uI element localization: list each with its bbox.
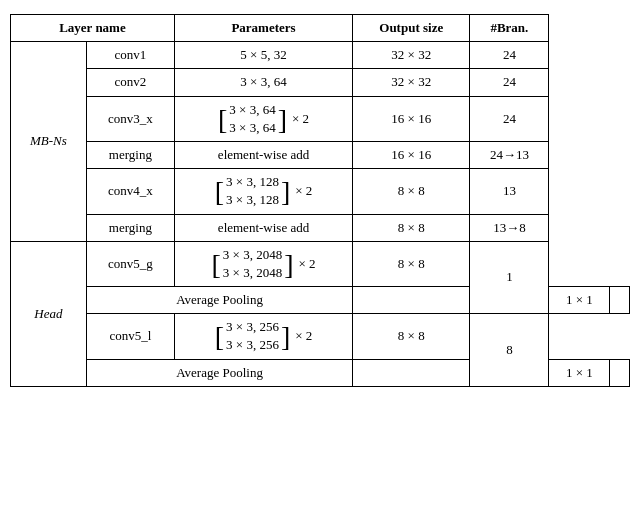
avg-bran (610, 359, 630, 386)
params-cell: [ 3 × 3, 256 3 × 3, 256 ] × 2 (174, 314, 352, 359)
architecture-table: Layer name Parameters Output size #Bran.… (10, 14, 630, 387)
group-label: MB-Ns (11, 42, 87, 242)
output-cell: 8 × 8 (353, 314, 470, 359)
layer-name-cell: conv2 (86, 69, 174, 96)
output-cell: 32 × 32 (353, 69, 470, 96)
group-label: Head (11, 241, 87, 386)
layer-name-cell: conv4_x (86, 169, 174, 214)
avg-pooling-label: Average Pooling (86, 359, 352, 386)
bran-cell: 24→13 (470, 141, 549, 168)
params-cell: [ 3 × 3, 64 3 × 3, 64 ] × 2 (174, 96, 352, 141)
avg-params (353, 287, 470, 314)
col-layer-name: Layer name (11, 15, 175, 42)
col-output-size: Output size (353, 15, 470, 42)
layer-name-cell: conv5_g (86, 241, 174, 286)
layer-name-cell: conv1 (86, 42, 174, 69)
output-cell: 8 × 8 (353, 241, 470, 286)
params-cell: 3 × 3, 64 (174, 69, 352, 96)
layer-name-cell: merging (86, 141, 174, 168)
avg-bran (610, 287, 630, 314)
output-cell: 32 × 32 (353, 42, 470, 69)
bran-cell: 24 (470, 69, 549, 96)
col-bran: #Bran. (470, 15, 549, 42)
avg-output: 1 × 1 (549, 359, 610, 386)
params-cell: element-wise add (174, 141, 352, 168)
bran-cell: 13 (470, 169, 549, 214)
output-cell: 8 × 8 (353, 169, 470, 214)
bran-cell: 24 (470, 96, 549, 141)
bran-cell: 1 (470, 241, 549, 314)
output-cell: 16 × 16 (353, 141, 470, 168)
col-parameters: Parameters (174, 15, 352, 42)
bran-cell: 8 (470, 314, 549, 387)
params-cell: [ 3 × 3, 2048 3 × 3, 2048 ] × 2 (174, 241, 352, 286)
output-cell: 8 × 8 (353, 214, 470, 241)
layer-name-cell: merging (86, 214, 174, 241)
avg-output: 1 × 1 (549, 287, 610, 314)
layer-name-cell: conv5_l (86, 314, 174, 359)
params-cell: [ 3 × 3, 128 3 × 3, 128 ] × 2 (174, 169, 352, 214)
params-cell: 5 × 5, 32 (174, 42, 352, 69)
avg-params (353, 359, 470, 386)
bran-cell: 24 (470, 42, 549, 69)
bran-cell: 13→8 (470, 214, 549, 241)
output-cell: 16 × 16 (353, 96, 470, 141)
avg-pooling-label: Average Pooling (86, 287, 352, 314)
layer-name-cell: conv3_x (86, 96, 174, 141)
params-cell: element-wise add (174, 214, 352, 241)
